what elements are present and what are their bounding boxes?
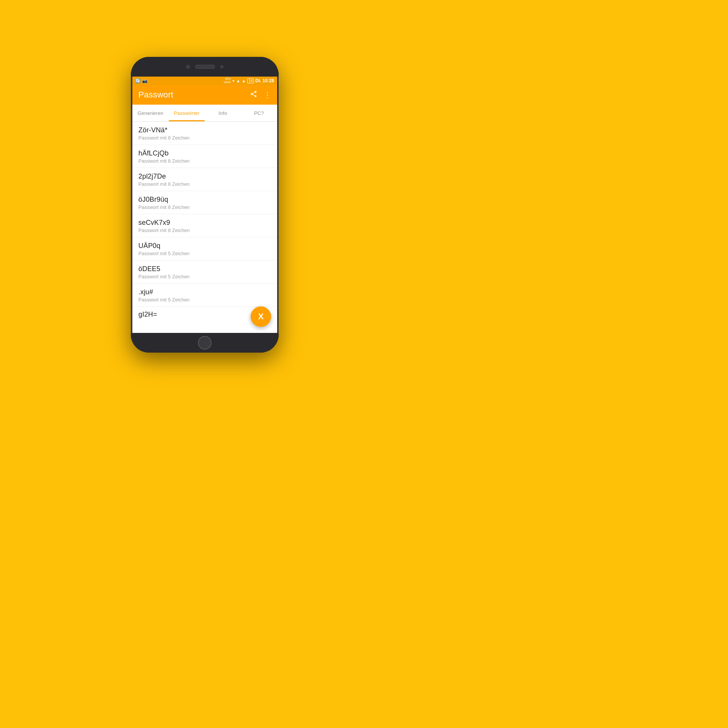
- share-icon[interactable]: [250, 90, 257, 100]
- password-description: Passwort mit 8 Zeichen: [138, 204, 271, 210]
- tab-info[interactable]: Info: [205, 105, 241, 121]
- list-item[interactable]: öDEE5 Passwort mit 5 Zeichen: [132, 260, 277, 284]
- password-value: hÄfLCjQb: [138, 149, 271, 157]
- password-list: Zör-VNä* Passwort mit 8 Zeichen hÄfLCjQb…: [132, 122, 277, 333]
- front-camera: [186, 65, 190, 69]
- signal-icon: ▲: [236, 78, 240, 83]
- list-item[interactable]: 2pl2j7De Passwort mit 8 Zeichen: [132, 168, 277, 191]
- phone-top-hardware: [131, 57, 279, 77]
- status-bar: 🔄 📷 0b/s 1kb/k ▾ ▲ ▲ 14 Di. 10:28: [132, 77, 277, 85]
- password-description: Passwort mit 8 Zeichen: [138, 158, 271, 164]
- battery-icon: 14: [247, 78, 254, 83]
- password-value: öDEE5: [138, 265, 271, 273]
- app-bar: Passwort ⋮: [132, 85, 277, 105]
- phone-screen: 🔄 📷 0b/s 1kb/k ▾ ▲ ▲ 14 Di. 10:28: [132, 77, 277, 333]
- password-description: Passwort mit 8 Zeichen: [138, 181, 271, 187]
- status-bar-right: 0b/s 1kb/k ▾ ▲ ▲ 14 Di. 10:28: [224, 77, 274, 84]
- app-bar-actions: ⋮: [250, 90, 271, 100]
- phone-body: 🔄 📷 0b/s 1kb/k ▾ ▲ ▲ 14 Di. 10:28: [131, 57, 279, 353]
- camera-notify-icon: 📷: [142, 78, 147, 83]
- signal-icon-2: ▲: [242, 78, 246, 83]
- password-value: Zör-VNä*: [138, 126, 271, 134]
- tabs-container: Generieren Passwörter Info PC?: [132, 105, 277, 122]
- proximity-sensor: [220, 65, 223, 68]
- wifi-icon: ▾: [232, 78, 235, 83]
- list-item[interactable]: hÄfLCjQb Passwort mit 8 Zeichen: [132, 145, 277, 168]
- password-description: Passwort mit 5 Zeichen: [138, 251, 271, 256]
- password-description: Passwort mit 8 Zeichen: [138, 135, 271, 141]
- password-description: Passwort mit 5 Zeichen: [138, 297, 271, 303]
- password-value: 2pl2j7De: [138, 173, 271, 180]
- status-time: Di. 10:28: [256, 78, 274, 83]
- sync-icon: 🔄: [135, 78, 141, 83]
- phone-bottom-hardware: [131, 333, 279, 353]
- password-description: Passwort mit 8 Zeichen: [138, 228, 271, 233]
- list-item[interactable]: UÄP0q Passwort mit 5 Zeichen: [132, 237, 277, 260]
- password-value: UÄP0q: [138, 242, 271, 250]
- earpiece-speaker: [195, 65, 215, 69]
- password-description: Passwort mit 5 Zeichen: [138, 274, 271, 279]
- fab-clear-button[interactable]: X: [251, 306, 271, 327]
- password-value: .xju#: [138, 288, 271, 296]
- list-item[interactable]: .xju# Passwort mit 5 Zeichen: [132, 284, 277, 307]
- list-item[interactable]: seCvK7x9 Passwort mit 8 Zeichen: [132, 214, 277, 237]
- data-speed: 0b/s 1kb/k: [224, 77, 231, 84]
- app-title: Passwort: [138, 90, 250, 100]
- phone-device: 🔄 📷 0b/s 1kb/k ▾ ▲ ▲ 14 Di. 10:28: [131, 57, 279, 353]
- status-bar-left: 🔄 📷: [135, 78, 147, 83]
- tab-generieren[interactable]: Generieren: [132, 105, 169, 121]
- list-item[interactable]: Zör-VNä* Passwort mit 8 Zeichen: [132, 122, 277, 145]
- home-button[interactable]: [198, 336, 212, 350]
- more-vert-icon[interactable]: ⋮: [264, 90, 271, 99]
- password-value: öJ0Br9üq: [138, 196, 271, 204]
- list-item[interactable]: öJ0Br9üq Passwort mit 8 Zeichen: [132, 191, 277, 214]
- tab-passwoerter[interactable]: Passwörter: [169, 105, 205, 121]
- tab-pc[interactable]: PC?: [241, 105, 278, 121]
- password-value: seCvK7x9: [138, 219, 271, 227]
